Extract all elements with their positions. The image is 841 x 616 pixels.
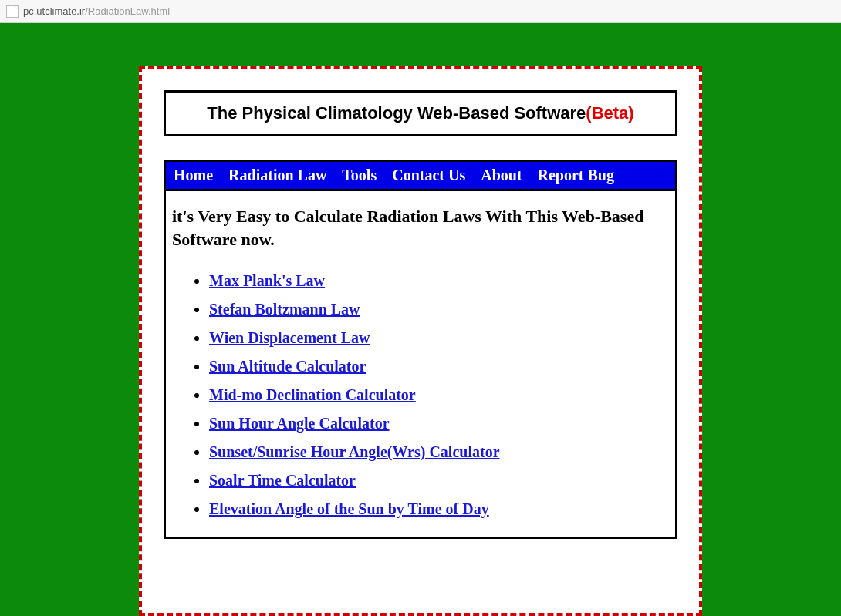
list-item: Sun Altitude Calculator: [209, 358, 669, 375]
list-item: Max Plank's Law: [209, 272, 669, 290]
link-max-plank[interactable]: Max Plank's Law: [209, 272, 325, 289]
content-frame: The Physical Climatology Web-Based Softw…: [139, 66, 702, 616]
link-mid-mo-declination[interactable]: Mid-mo Declination Calculator: [209, 386, 416, 403]
url-host: pc.utclimate.ir: [23, 5, 85, 17]
list-item: Stefan Boltzmann Law: [209, 301, 669, 318]
title-text: The Physical Climatology Web-Based Softw…: [207, 103, 586, 123]
list-item: Sun Hour Angle Calculator: [209, 415, 669, 433]
list-item: Wien Displacement Law: [209, 329, 669, 347]
link-sun-hour-angle[interactable]: Sun Hour Angle Calculator: [209, 415, 390, 432]
link-wien-displacement[interactable]: Wien Displacement Law: [209, 329, 370, 346]
nav-bar: Home Radiation Law Tools Contact Us Abou…: [166, 162, 675, 191]
nav-tools[interactable]: Tools: [342, 167, 377, 184]
nav-radiation-law[interactable]: Radiation Law: [228, 167, 326, 184]
content-area: it's Very Easy to Calculate Radiation La…: [166, 191, 675, 537]
list-item: Soalr Time Calculator: [209, 472, 669, 490]
link-sunset-sunrise-hour-angle[interactable]: Sunset/Sunrise Hour Angle(Wrs) Calculato…: [209, 443, 500, 460]
page-viewport: The Physical Climatology Web-Based Softw…: [0, 23, 841, 616]
page-icon: [6, 5, 19, 18]
browser-address-bar[interactable]: pc.utclimate.ir/RadiationLaw.html: [0, 0, 841, 23]
nav-contact-us[interactable]: Contact Us: [392, 167, 465, 184]
nav-home[interactable]: Home: [174, 167, 213, 184]
main-panel: Home Radiation Law Tools Contact Us Abou…: [164, 160, 677, 539]
nav-about[interactable]: About: [481, 167, 522, 184]
intro-text: it's Very Easy to Calculate Radiation La…: [172, 205, 669, 251]
url-path: /RadiationLaw.html: [85, 5, 170, 17]
link-sun-altitude[interactable]: Sun Altitude Calculator: [209, 358, 366, 375]
list-item: Mid-mo Declination Calculator: [209, 386, 669, 404]
list-item: Sunset/Sunrise Hour Angle(Wrs) Calculato…: [209, 443, 669, 461]
link-solar-time[interactable]: Soalr Time Calculator: [209, 472, 356, 489]
page-title: The Physical Climatology Web-Based Softw…: [164, 90, 677, 136]
link-elevation-angle[interactable]: Elevation Angle of the Sun by Time of Da…: [209, 500, 489, 517]
link-list: Max Plank's Law Stefan Boltzmann Law Wie…: [172, 272, 669, 518]
nav-report-bug[interactable]: Report Bug: [538, 167, 614, 184]
list-item: Elevation Angle of the Sun by Time of Da…: [209, 500, 669, 518]
link-stefan-boltzmann[interactable]: Stefan Boltzmann Law: [209, 301, 360, 318]
beta-label: (Beta): [586, 103, 633, 123]
